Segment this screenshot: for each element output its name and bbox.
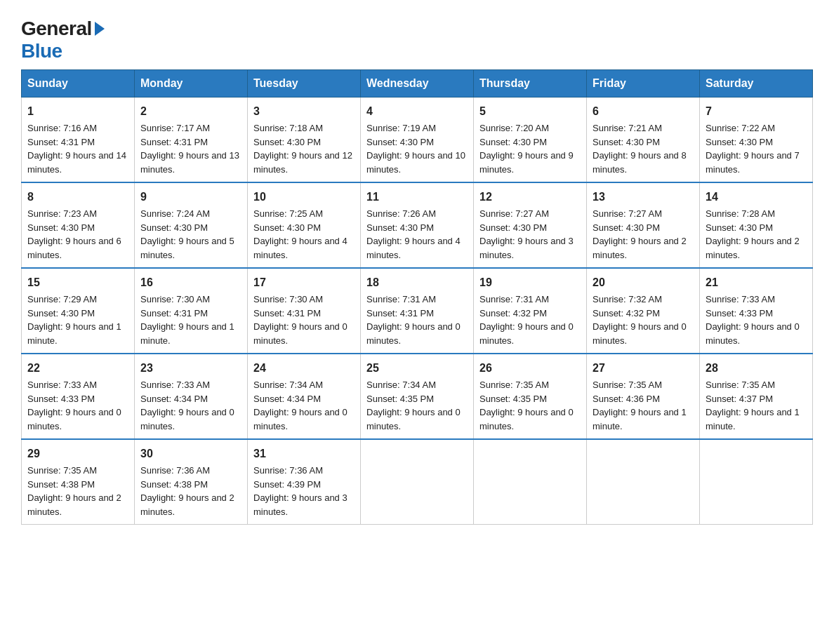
day-number: 7 <box>706 103 807 120</box>
day-info: Sunrise: 7:34 AMSunset: 4:35 PMDaylight:… <box>366 380 461 431</box>
day-number: 11 <box>366 189 468 206</box>
day-number: 21 <box>706 274 807 291</box>
day-number: 16 <box>140 274 241 291</box>
day-info: Sunrise: 7:21 AMSunset: 4:30 PMDaylight:… <box>593 123 687 175</box>
calendar-cell: 16 Sunrise: 7:30 AMSunset: 4:31 PMDaylig… <box>135 268 248 354</box>
page-header: General Blue <box>21 14 813 62</box>
day-info: Sunrise: 7:36 AMSunset: 4:38 PMDaylight:… <box>140 465 234 517</box>
day-number: 10 <box>253 189 355 206</box>
calendar-cell: 4 Sunrise: 7:19 AMSunset: 4:30 PMDayligh… <box>361 98 474 183</box>
day-info: Sunrise: 7:23 AMSunset: 4:30 PMDaylight:… <box>27 208 121 260</box>
calendar-cell: 18 Sunrise: 7:31 AMSunset: 4:31 PMDaylig… <box>361 268 474 354</box>
calendar-cell: 15 Sunrise: 7:29 AMSunset: 4:30 PMDaylig… <box>22 268 135 354</box>
calendar-cell: 8 Sunrise: 7:23 AMSunset: 4:30 PMDayligh… <box>22 182 135 268</box>
day-info: Sunrise: 7:31 AMSunset: 4:31 PMDaylight:… <box>366 294 461 346</box>
day-info: Sunrise: 7:35 AMSunset: 4:38 PMDaylight:… <box>27 465 121 517</box>
day-number: 30 <box>140 445 241 462</box>
calendar-cell: 31 Sunrise: 7:36 AMSunset: 4:39 PMDaylig… <box>248 439 361 525</box>
day-info: Sunrise: 7:20 AMSunset: 4:30 PMDaylight:… <box>479 123 574 175</box>
calendar-cell: 25 Sunrise: 7:34 AMSunset: 4:35 PMDaylig… <box>361 354 474 439</box>
weekday-header-sunday: Sunday <box>22 70 135 98</box>
day-number: 25 <box>366 360 468 377</box>
day-number: 27 <box>593 360 694 377</box>
calendar-week-row: 15 Sunrise: 7:29 AMSunset: 4:30 PMDaylig… <box>22 268 813 354</box>
day-number: 13 <box>593 189 694 206</box>
day-info: Sunrise: 7:34 AMSunset: 4:34 PMDaylight:… <box>253 380 348 431</box>
calendar-cell: 14 Sunrise: 7:28 AMSunset: 4:30 PMDaylig… <box>700 182 813 268</box>
day-info: Sunrise: 7:30 AMSunset: 4:31 PMDaylight:… <box>140 294 234 346</box>
day-number: 22 <box>27 360 128 377</box>
day-number: 6 <box>593 103 694 120</box>
logo-triangle-icon <box>95 22 105 36</box>
day-info: Sunrise: 7:16 AMSunset: 4:31 PMDaylight:… <box>27 123 126 175</box>
calendar-cell <box>700 439 813 525</box>
day-info: Sunrise: 7:24 AMSunset: 4:30 PMDaylight:… <box>140 208 234 260</box>
calendar-week-row: 22 Sunrise: 7:33 AMSunset: 4:33 PMDaylig… <box>22 354 813 439</box>
day-number: 19 <box>479 274 581 291</box>
day-info: Sunrise: 7:27 AMSunset: 4:30 PMDaylight:… <box>593 208 687 260</box>
day-number: 28 <box>706 360 807 377</box>
day-number: 18 <box>366 274 468 291</box>
day-info: Sunrise: 7:29 AMSunset: 4:30 PMDaylight:… <box>27 294 121 346</box>
calendar-cell: 22 Sunrise: 7:33 AMSunset: 4:33 PMDaylig… <box>22 354 135 439</box>
calendar-cell: 1 Sunrise: 7:16 AMSunset: 4:31 PMDayligh… <box>22 98 135 183</box>
day-number: 8 <box>27 189 128 206</box>
calendar-cell <box>474 439 587 525</box>
day-number: 2 <box>140 103 241 120</box>
calendar-cell: 17 Sunrise: 7:30 AMSunset: 4:31 PMDaylig… <box>248 268 361 354</box>
day-info: Sunrise: 7:35 AMSunset: 4:36 PMDaylight:… <box>593 380 687 431</box>
day-info: Sunrise: 7:19 AMSunset: 4:30 PMDaylight:… <box>366 123 465 175</box>
day-info: Sunrise: 7:28 AMSunset: 4:30 PMDaylight:… <box>706 208 800 260</box>
day-info: Sunrise: 7:26 AMSunset: 4:30 PMDaylight:… <box>366 208 461 260</box>
day-number: 14 <box>706 189 807 206</box>
day-number: 12 <box>479 189 581 206</box>
weekday-header-wednesday: Wednesday <box>361 70 474 98</box>
day-info: Sunrise: 7:36 AMSunset: 4:39 PMDaylight:… <box>253 465 348 517</box>
calendar-cell: 11 Sunrise: 7:26 AMSunset: 4:30 PMDaylig… <box>361 182 474 268</box>
day-info: Sunrise: 7:33 AMSunset: 4:33 PMDaylight:… <box>706 294 800 346</box>
day-info: Sunrise: 7:35 AMSunset: 4:35 PMDaylight:… <box>479 380 574 431</box>
day-info: Sunrise: 7:33 AMSunset: 4:34 PMDaylight:… <box>140 380 234 431</box>
calendar-cell: 20 Sunrise: 7:32 AMSunset: 4:32 PMDaylig… <box>587 268 700 354</box>
calendar-cell: 29 Sunrise: 7:35 AMSunset: 4:38 PMDaylig… <box>22 439 135 525</box>
calendar-cell: 2 Sunrise: 7:17 AMSunset: 4:31 PMDayligh… <box>135 98 248 183</box>
weekday-header-saturday: Saturday <box>700 70 813 98</box>
calendar-table: SundayMondayTuesdayWednesdayThursdayFrid… <box>21 69 813 525</box>
day-number: 1 <box>27 103 128 120</box>
calendar-cell: 28 Sunrise: 7:35 AMSunset: 4:37 PMDaylig… <box>700 354 813 439</box>
day-info: Sunrise: 7:22 AMSunset: 4:30 PMDaylight:… <box>706 123 800 175</box>
weekday-header-row: SundayMondayTuesdayWednesdayThursdayFrid… <box>22 70 813 98</box>
calendar-cell: 24 Sunrise: 7:34 AMSunset: 4:34 PMDaylig… <box>248 354 361 439</box>
weekday-header-thursday: Thursday <box>474 70 587 98</box>
day-number: 4 <box>366 103 468 120</box>
calendar-cell: 6 Sunrise: 7:21 AMSunset: 4:30 PMDayligh… <box>587 98 700 183</box>
day-info: Sunrise: 7:27 AMSunset: 4:30 PMDaylight:… <box>479 208 574 260</box>
calendar-cell: 12 Sunrise: 7:27 AMSunset: 4:30 PMDaylig… <box>474 182 587 268</box>
calendar-cell <box>361 439 474 525</box>
day-number: 26 <box>479 360 581 377</box>
calendar-cell: 26 Sunrise: 7:35 AMSunset: 4:35 PMDaylig… <box>474 354 587 439</box>
day-number: 23 <box>140 360 241 377</box>
day-number: 20 <box>593 274 694 291</box>
calendar-cell: 5 Sunrise: 7:20 AMSunset: 4:30 PMDayligh… <box>474 98 587 183</box>
calendar-cell: 19 Sunrise: 7:31 AMSunset: 4:32 PMDaylig… <box>474 268 587 354</box>
day-number: 9 <box>140 189 241 206</box>
day-number: 3 <box>253 103 355 120</box>
day-number: 29 <box>27 445 128 462</box>
calendar-cell: 9 Sunrise: 7:24 AMSunset: 4:30 PMDayligh… <box>135 182 248 268</box>
logo-blue-text: Blue <box>21 40 62 62</box>
day-number: 24 <box>253 360 355 377</box>
logo-general-text: General <box>21 18 92 40</box>
day-info: Sunrise: 7:17 AMSunset: 4:31 PMDaylight:… <box>140 123 239 175</box>
calendar-cell <box>587 439 700 525</box>
calendar-cell: 7 Sunrise: 7:22 AMSunset: 4:30 PMDayligh… <box>700 98 813 183</box>
day-info: Sunrise: 7:35 AMSunset: 4:37 PMDaylight:… <box>706 380 800 431</box>
calendar-cell: 27 Sunrise: 7:35 AMSunset: 4:36 PMDaylig… <box>587 354 700 439</box>
calendar-cell: 10 Sunrise: 7:25 AMSunset: 4:30 PMDaylig… <box>248 182 361 268</box>
calendar-week-row: 1 Sunrise: 7:16 AMSunset: 4:31 PMDayligh… <box>22 98 813 183</box>
calendar-cell: 13 Sunrise: 7:27 AMSunset: 4:30 PMDaylig… <box>587 182 700 268</box>
weekday-header-monday: Monday <box>135 70 248 98</box>
day-info: Sunrise: 7:18 AMSunset: 4:30 PMDaylight:… <box>253 123 352 175</box>
weekday-header-tuesday: Tuesday <box>248 70 361 98</box>
day-number: 17 <box>253 274 355 291</box>
